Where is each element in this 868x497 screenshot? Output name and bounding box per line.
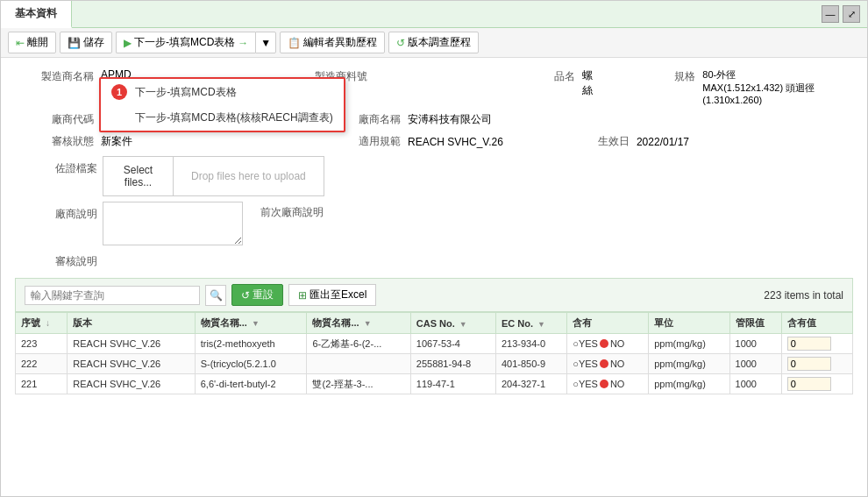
cell-substance-en-3: 雙(2-羥基-3-... [307, 374, 410, 394]
manufacturer-part-value [371, 67, 378, 70]
version-history-button[interactable]: ↺ 版本調查歷程 [388, 32, 479, 53]
dropdown-item-1[interactable]: 1 下一步-填寫MCD表格 [101, 79, 344, 105]
product-name-label: 品名 [540, 67, 575, 84]
contains-value-input-3[interactable] [787, 377, 831, 391]
filter-icon-en[interactable]: ▼ [364, 319, 372, 328]
file-drop-area: Drop files here to upload [174, 157, 324, 195]
col-contains-value: 含有值 [781, 313, 852, 334]
col-contains: 含有 [567, 313, 649, 334]
applicable-spec-value: REACH SVHC_V.26 [404, 134, 507, 150]
toolbar: ⇤ 離開 💾 儲存 ▶ 下一步-填寫MCD表格 → ▼ 📋 編輯者異動歷程 ↺ … [1, 28, 867, 58]
cell-substance-cn-2: S-(tricyclo(5.2.1.0 [195, 354, 307, 374]
search-input[interactable] [25, 286, 200, 305]
export-button[interactable]: ⊞ 匯出至Excel [288, 284, 376, 306]
spec-value: 80-外徑 MAX(1.512x1.432) 頭迴徑(1.310x1.260) [699, 67, 853, 107]
reset-label: 重設 [253, 288, 274, 302]
edit-history-button[interactable]: 📋 編輯者異動歷程 [280, 32, 385, 53]
notes-content: 前次廠商說明 [103, 202, 324, 245]
arrow-icon: → [238, 37, 248, 49]
filter-icon-cas[interactable]: ▼ [459, 320, 467, 329]
cell-limit-3: 1000 [729, 374, 781, 394]
disconnect-button[interactable]: ⇤ 離開 [8, 32, 56, 53]
main-container: 基本資料 — ⤢ ⇤ 離開 💾 儲存 ▶ 下一步-填寫MCD表格 → ▼ [0, 0, 868, 497]
dropdown-item-2-label: 下一步-填寫MCD表格(核核RAECH調查表) [135, 111, 332, 124]
disconnect-icon: ⇤ [16, 37, 25, 49]
dropdown-menu: 1 下一步-填寫MCD表格 下一步-填寫MCD表格(核核RAECH調查表) [99, 77, 345, 132]
next-step-button[interactable]: ▶ 下一步-填寫MCD表格 → [116, 32, 255, 53]
no-dot-3 [600, 380, 608, 388]
chevron-down-icon: ▼ [260, 37, 271, 49]
cell-version-2: REACH SVHC_V.26 [68, 354, 195, 374]
cell-limit-2: 1000 [729, 354, 781, 374]
contains-value-input-2[interactable] [787, 357, 831, 371]
review-notes-label: 審核說明 [15, 251, 103, 269]
cell-version-1: REACH SVHC_V.26 [68, 334, 195, 354]
badge-1: 1 [111, 84, 127, 100]
total-items-text: 223 items in total [764, 289, 843, 302]
form-row-3: 審核狀態 新案件 適用規範 REACH SVHC_V.26 生效日 2022/0… [15, 132, 853, 151]
supporting-docs-label: 佐證檔案 [15, 156, 103, 176]
maximize-button[interactable]: ⤢ [843, 5, 860, 23]
yes-no-3: ○YES NO [573, 379, 643, 389]
excel-icon: ⊞ [298, 289, 307, 302]
vendor-notes-label: 廠商說明 [15, 202, 103, 222]
tab-basic-info[interactable]: 基本資料 [1, 1, 72, 28]
file-upload-row: 佐證檔案 Select files... Drop files here to … [15, 156, 853, 196]
cell-ec-3: 204-327-1 [495, 374, 566, 394]
table-container: 序號 ↓ 版本 物質名稱... ▼ 物質名稱... ▼ CAS No. ▼ EC… [15, 312, 853, 394]
no-dot-1 [600, 339, 608, 348]
col-version: 版本 [68, 313, 195, 334]
col-limit: 管限值 [729, 313, 781, 334]
table-row: 223 REACH SVHC_V.26 tris(2-methoxyeth 6-… [16, 334, 853, 354]
dropdown-item-1-label: 下一步-填寫MCD表格 [135, 86, 236, 98]
vendor-code-label: 廠商代碼 [15, 112, 94, 127]
vendor-notes-textarea[interactable] [103, 202, 243, 245]
effective-date-label: 生效日 [594, 134, 630, 149]
yes-label-3: ○YES [573, 379, 598, 389]
cell-seq-2: 222 [16, 354, 68, 374]
data-table: 序號 ↓ 版本 物質名稱... ▼ 物質名稱... ▼ CAS No. ▼ EC… [15, 312, 853, 394]
table-header: 序號 ↓ 版本 物質名稱... ▼ 物質名稱... ▼ CAS No. ▼ EC… [16, 313, 853, 334]
minimize-button[interactable]: — [822, 5, 839, 23]
yes-no-2: ○YES NO [573, 359, 643, 369]
export-label: 匯出至Excel [309, 288, 366, 302]
no-label-2: NO [610, 359, 625, 369]
disconnect-label: 離開 [27, 35, 48, 50]
cell-contains-value-2 [781, 354, 852, 374]
no-label-1: NO [610, 338, 625, 349]
reset-button[interactable]: ↺ 重設 [231, 284, 283, 306]
dropdown-overlay: 1 下一步-填寫MCD表格 下一步-填寫MCD表格(核核RAECH調查表) [99, 77, 345, 132]
filter-icon-ec[interactable]: ▼ [537, 320, 545, 329]
cell-cas-1: 1067-53-4 [410, 334, 495, 354]
table-row: 222 REACH SVHC_V.26 S-(tricyclo(5.2.1.0 … [16, 354, 853, 374]
no-label-3: NO [610, 379, 625, 389]
vendor-name-value: 安溥科技有限公司 [404, 110, 495, 129]
cell-version-3: REACH SVHC_V.26 [68, 374, 195, 394]
cell-contains-3: ○YES NO [567, 374, 649, 394]
next-step-split-button: ▶ 下一步-填寫MCD表格 → ▼ [116, 32, 276, 53]
cell-contains-value-3 [781, 374, 852, 394]
select-files-button[interactable]: Select files... [103, 157, 174, 195]
edit-history-label: 編輯者異動歷程 [303, 35, 377, 50]
col-substance-cn: 物質名稱... ▼ [195, 313, 307, 334]
no-dot-2 [600, 359, 608, 368]
refresh-icon: ↺ [396, 37, 405, 49]
cell-substance-en-2 [307, 354, 410, 374]
col-ec: EC No. ▼ [495, 313, 566, 334]
cell-contains-1: ○YES NO [567, 334, 649, 354]
cell-ec-2: 401-850-9 [495, 354, 566, 374]
search-bar: 🔍 ↺ 重設 ⊞ 匯出至Excel 223 items in total [15, 278, 853, 312]
search-button[interactable]: 🔍 [205, 285, 226, 306]
cell-unit-1: ppm(mg/kg) [649, 334, 729, 354]
dropdown-item-2[interactable]: 下一步-填寫MCD表格(核核RAECH調查表) [101, 105, 344, 131]
spec-label: 規格 [660, 67, 695, 84]
contains-value-input-1[interactable] [787, 337, 831, 351]
cell-cas-2: 255881-94-8 [410, 354, 495, 374]
cell-cas-3: 119-47-1 [410, 374, 495, 394]
next-step-dropdown-button[interactable]: ▼ [255, 32, 276, 53]
save-button[interactable]: 💾 儲存 [60, 32, 112, 53]
cell-unit-2: ppm(mg/kg) [649, 354, 729, 374]
review-notes-row: 審核說明 [15, 251, 853, 269]
tab-label: 基本資料 [15, 6, 57, 21]
filter-icon-cn[interactable]: ▼ [252, 319, 260, 328]
